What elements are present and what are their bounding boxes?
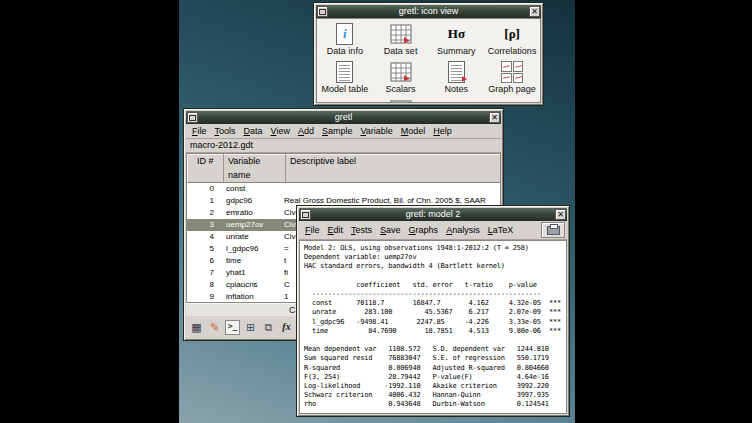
main-window-title: gretl [200,111,487,124]
data-info-icon: i [336,22,353,46]
pencil-tip [462,76,467,82]
session-iconview-icon[interactable]: ⊞ [243,320,258,335]
session-item-label: Notes [445,84,469,94]
column-header-id[interactable]: ID # [187,154,224,182]
scalars-icon [390,60,412,84]
session-item-label: Summary [437,46,476,56]
model-window-title: gretl: model 2 [313,208,553,221]
menu-view[interactable]: View [267,125,294,137]
session-item-data-info[interactable]: i Data info [317,22,373,60]
graph-page-icon [501,60,523,84]
menu-save[interactable]: Save [376,224,405,236]
variable-table-header: ID # Variable name Descriptive label [186,153,501,183]
session-item-summary[interactable]: Ησ Summary [429,22,485,60]
session-item-graph[interactable] [373,98,429,103]
menu-file[interactable]: File [188,125,211,137]
session-item-label: Graph page [488,84,536,94]
menu-help[interactable]: Help [429,125,456,137]
window-menu-icon[interactable] [187,112,198,123]
data-set-icon [390,22,412,46]
window-menu-icon[interactable] [300,209,311,220]
icon-view-window: gretl: icon view ✕ i Data info Data set … [313,2,544,106]
menu-edit[interactable]: Edit [324,224,348,236]
menu-sample[interactable]: Sample [318,125,357,137]
session-item-data-set[interactable]: Data set [373,22,429,60]
session-item-model-table[interactable]: Model table [317,60,373,98]
menu-add[interactable]: Add [294,125,318,137]
close-icon[interactable]: ✕ [555,209,566,220]
model-table-icon [336,60,353,84]
menu-data[interactable]: Data [240,125,267,137]
menu-tests[interactable]: Tests [347,224,376,236]
main-titlebar[interactable]: gretl ✕ [186,111,501,124]
menu-tools[interactable]: Tools [211,125,240,137]
summary-icon: Ησ [448,22,465,46]
session-item-label: Model table [322,84,369,94]
session-item-label: Data info [327,46,363,56]
console-icon[interactable]: >_ [225,320,240,335]
menu-file[interactable]: File [301,224,324,236]
table-row[interactable]: 0const [187,183,500,195]
column-header-label[interactable]: Descriptive label [286,154,500,182]
icon-view-titlebar[interactable]: gretl: icon view ✕ [316,5,541,18]
graph-icon [390,98,412,103]
main-menubar: File Tools Data View Add Sample Variable… [186,124,501,139]
dataset-filename: macro-2012.gdt [186,139,501,153]
window-menu-icon[interactable] [317,6,328,17]
icon-view-title: gretl: icon view [330,5,527,18]
model-titlebar[interactable]: gretl: model 2 ✕ [299,208,567,221]
session-item-label: Scalars [386,84,416,94]
session-item-scalars[interactable]: Scalars [373,60,429,98]
model-menubar: File Edit Tests Save Graphs Analysis LaT… [299,221,567,240]
calculator-icon[interactable]: ▦ [189,320,204,335]
correlations-icon: [ρ] [504,22,520,46]
menu-variable[interactable]: Variable [356,125,396,137]
model-window: gretl: model 2 ✕ File Edit Tests Save Gr… [296,205,570,417]
menu-latex[interactable]: LaTeX [484,224,518,236]
function-packages-icon[interactable]: fx [279,320,294,335]
session-item-graph-page[interactable]: Graph page [484,60,540,98]
close-icon[interactable]: ✕ [529,6,540,17]
session-icon-grid: i Data info Data set Ησ Summary [ρ] Corr… [316,18,541,103]
session-item-model[interactable]: Xβ +ε [317,98,373,103]
menu-model[interactable]: Model [397,125,430,137]
column-header-name[interactable]: Variable name [224,154,286,182]
window-menu-glyph [302,212,309,218]
menu-analysis[interactable]: Analysis [442,224,484,236]
new-script-icon[interactable]: ✎ [207,320,222,335]
menu-graphs[interactable]: Graphs [405,224,443,236]
notes-icon [448,60,465,84]
model-icon: Xβ +ε [339,98,352,103]
window-list-icon[interactable]: ⧉ [261,320,276,335]
session-item-label: Correlations [488,46,537,56]
model-output-text[interactable]: Model 2: OLS, using observations 1948:1-… [299,240,567,414]
session-item-correlations[interactable]: [ρ] Correlations [484,22,540,60]
printer-icon [547,226,560,235]
session-item-notes[interactable]: Notes [429,60,485,98]
window-menu-glyph [319,9,326,15]
print-button[interactable] [541,222,565,238]
close-icon[interactable]: ✕ [489,112,500,123]
session-item-label: Data set [384,46,418,56]
window-menu-glyph [189,115,196,121]
